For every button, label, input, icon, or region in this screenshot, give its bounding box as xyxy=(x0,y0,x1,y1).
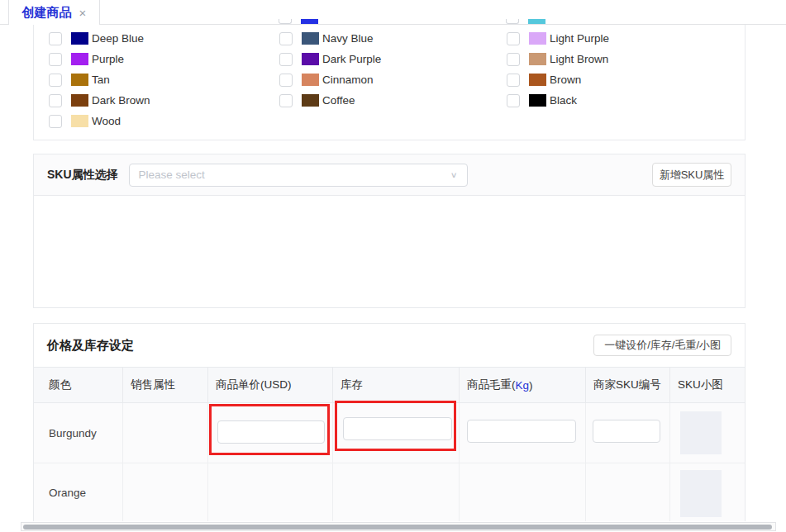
add-sku-attribute-button[interactable]: 新增SKU属性 xyxy=(652,163,731,187)
clipped-color-row-item xyxy=(279,19,320,24)
color-swatch xyxy=(302,94,319,107)
partial-swatch-cyan xyxy=(528,19,545,24)
header-accent-text: Kg xyxy=(516,379,530,392)
color-option-navy-blue[interactable]: Navy Blue xyxy=(279,28,381,49)
color-swatch xyxy=(529,74,546,86)
price-stock-section: 价格及库存设定 一键设价/库存/毛重/小图 颜色销售属性商品单价(USD)库存商… xyxy=(33,323,746,521)
checkbox[interactable] xyxy=(49,115,62,128)
sku-attribute-select-placeholder: Please select xyxy=(139,169,450,181)
checkbox[interactable] xyxy=(507,53,520,66)
table-cell xyxy=(460,403,586,463)
table-cell xyxy=(586,463,670,521)
color-option-tan[interactable]: Tan xyxy=(49,69,150,90)
stock-input[interactable] xyxy=(343,417,452,440)
checkbox[interactable] xyxy=(507,94,520,107)
create-product-page: { "accent_color": "#2633d6", "tab": { "l… xyxy=(0,0,786,532)
checkbox[interactable] xyxy=(279,53,293,66)
horizontal-scrollbar-track[interactable] xyxy=(21,522,776,531)
color-option-label: Cinnamon xyxy=(322,74,374,86)
color-option-label: Brown xyxy=(550,74,581,86)
table-header-1: 颜色 xyxy=(34,367,123,403)
color-option-dark-purple[interactable]: Dark Purple xyxy=(279,49,381,69)
color-swatch xyxy=(302,53,319,65)
checkbox[interactable] xyxy=(279,32,293,45)
table-header-7: SKU小图 xyxy=(670,367,745,403)
clipped-checkbox xyxy=(279,19,292,24)
color-option-label: Tan xyxy=(92,74,110,86)
partial-swatch-blue xyxy=(301,19,318,24)
checkbox[interactable] xyxy=(507,74,520,87)
color-swatch xyxy=(71,115,88,127)
table-header-3: 商品单价(USD) xyxy=(208,367,333,403)
clipped-color-row-item xyxy=(506,19,547,24)
checkbox[interactable] xyxy=(49,53,62,66)
table-cell xyxy=(333,403,460,463)
checkbox[interactable] xyxy=(49,32,62,45)
merchant-sku-input[interactable] xyxy=(593,420,660,443)
color-swatch xyxy=(529,94,546,107)
checkbox[interactable] xyxy=(507,32,520,45)
color-swatch xyxy=(71,74,88,86)
price-stock-title: 价格及库存设定 xyxy=(47,338,134,354)
table-cell xyxy=(586,403,670,463)
color-option-coffee[interactable]: Coffee xyxy=(279,90,381,111)
table-cell xyxy=(670,463,745,521)
tab-create-product-label: 创建商品 xyxy=(22,5,72,21)
tab-create-product[interactable]: 创建商品 × xyxy=(8,0,100,25)
unit-price-input[interactable] xyxy=(217,420,325,444)
sku-thumbnail-placeholder[interactable] xyxy=(680,470,722,517)
sku-attributes-empty-area xyxy=(33,196,746,308)
color-option-label: Black xyxy=(550,94,577,107)
table-cell xyxy=(208,403,333,463)
checkbox[interactable] xyxy=(279,74,293,87)
table-cell xyxy=(208,463,333,521)
gross-weight-input[interactable] xyxy=(467,420,576,443)
color-option-wood[interactable]: Wood xyxy=(49,111,150,131)
tab-close-icon[interactable]: × xyxy=(79,7,87,19)
sku-attribute-section: SKU属性选择 Please select ∨ 新增SKU属性 xyxy=(33,154,746,196)
color-option-dark-brown[interactable]: Dark Brown xyxy=(49,90,150,111)
color-option-label: Dark Purple xyxy=(322,53,381,65)
color-column-2: Navy BlueDark PurpleCinnamonCoffee xyxy=(279,28,381,111)
color-swatch xyxy=(302,32,319,45)
checkbox[interactable] xyxy=(49,94,62,107)
color-option-deep-blue[interactable]: Deep Blue xyxy=(49,28,150,49)
color-option-black[interactable]: Black xyxy=(507,90,609,111)
color-option-brown[interactable]: Brown xyxy=(507,69,609,90)
color-option-label: Purple xyxy=(92,53,124,65)
table-header-4: 库存 xyxy=(333,367,460,403)
color-column-3: Light PurpleLight BrownBrownBlack xyxy=(507,28,609,111)
table-header-6: 商家SKU编号 xyxy=(586,367,670,403)
table-header-5: 商品毛重(Kg) xyxy=(460,367,586,403)
color-option-cinnamon[interactable]: Cinnamon xyxy=(279,69,381,90)
color-swatch xyxy=(529,53,546,65)
sku-thumbnail-placeholder[interactable] xyxy=(680,411,722,454)
checkbox[interactable] xyxy=(279,94,293,107)
table-cell xyxy=(123,463,208,521)
color-swatch xyxy=(71,32,88,45)
color-option-label: Deep Blue xyxy=(92,32,144,45)
color-option-light-purple[interactable]: Light Purple xyxy=(507,28,609,49)
clipped-checkbox xyxy=(506,19,519,24)
chevron-down-icon: ∨ xyxy=(450,170,458,179)
horizontal-scrollbar-thumb[interactable] xyxy=(23,525,772,530)
color-swatch xyxy=(529,32,546,45)
bulk-set-button[interactable]: 一键设价/库存/毛重/小图 xyxy=(593,335,731,356)
price-stock-table: 颜色销售属性商品单价(USD)库存商品毛重(Kg)商家SKU编号SKU小图Bur… xyxy=(34,367,745,521)
tabbar-divider xyxy=(0,24,786,25)
color-option-purple[interactable]: Purple xyxy=(49,49,150,69)
color-option-label: Light Brown xyxy=(550,53,608,65)
table-cell xyxy=(123,403,208,463)
table-header-2: 销售属性 xyxy=(123,367,208,403)
color-option-light-brown[interactable]: Light Brown xyxy=(507,49,609,69)
price-stock-header: 价格及库存设定 一键设价/库存/毛重/小图 xyxy=(34,324,745,367)
color-options-section: Deep BluePurpleTanDark BrownWood Navy Bl… xyxy=(33,25,746,140)
color-option-label: Coffee xyxy=(322,94,355,107)
color-option-label: Navy Blue xyxy=(322,32,374,45)
color-option-label: Wood xyxy=(92,115,121,127)
table-cell xyxy=(460,463,586,521)
sku-attribute-select[interactable]: Please select ∨ xyxy=(129,164,468,187)
color-column-1: Deep BluePurpleTanDark BrownWood xyxy=(49,28,150,131)
checkbox[interactable] xyxy=(49,74,62,87)
row-color-name-burgundy: Burgundy xyxy=(34,403,123,463)
